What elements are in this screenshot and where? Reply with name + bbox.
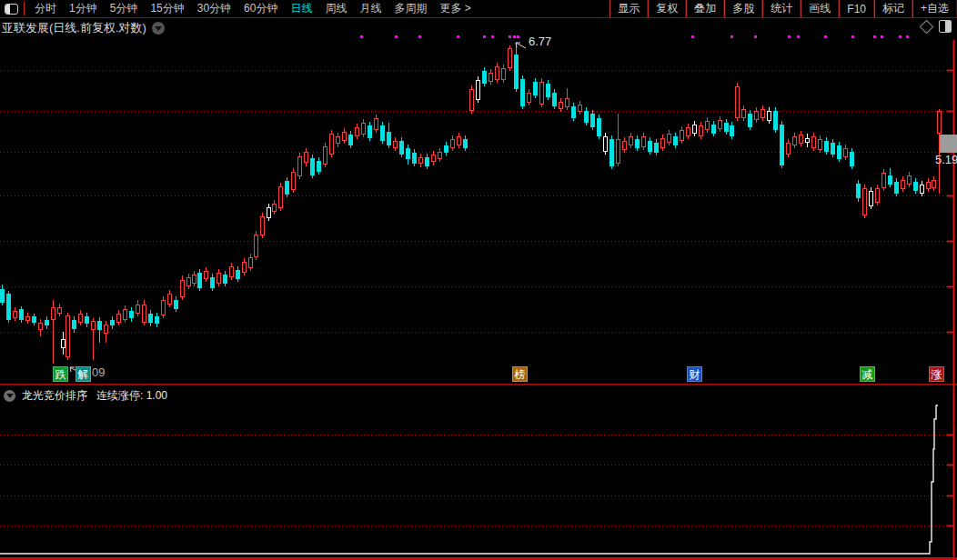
nav-item-fenshi[interactable]: 分时 [28, 0, 63, 17]
sub-pane-header: 龙光竞价排序 连续涨停: 1.00 [0, 387, 167, 404]
badge-zhang[interactable]: 涨 [929, 366, 944, 382]
nav-item-more[interactable]: 更多 > [433, 0, 477, 17]
tool-mark[interactable]: 标记 [874, 0, 912, 17]
period-nav: 分时 1分钟 5分钟 15分钟 30分钟 60分钟 日线 周线 月线 多周期 更… [28, 0, 478, 17]
nav-item-60min[interactable]: 60分钟 [237, 0, 284, 17]
title-dropdown-icon[interactable] [152, 22, 165, 35]
price-label-low: 09 [92, 365, 105, 379]
nav-item-5min[interactable]: 5分钟 [104, 0, 145, 17]
tool-add-watchlist[interactable]: +自选 [912, 0, 957, 17]
nav-item-1min[interactable]: 1分钟 [63, 0, 104, 17]
nav-item-30min[interactable]: 30分钟 [191, 0, 237, 17]
nav-item-multi-period[interactable]: 多周期 [388, 0, 433, 17]
price-label-last: 5.19 [935, 153, 957, 166]
nav-item-monthly[interactable]: 月线 [353, 0, 388, 17]
tool-adjust[interactable]: 复权 [648, 0, 686, 17]
tool-stats[interactable]: 统计 [762, 0, 801, 17]
diamond-marker-icon[interactable] [920, 19, 934, 34]
panel-toggle-icon[interactable] [939, 20, 952, 33]
tool-display[interactable]: 显示 [609, 0, 648, 17]
sub-pane-dropdown-icon[interactable] [4, 390, 15, 402]
sub-indicator-name[interactable]: 龙光竞价排序 [22, 388, 87, 404]
current-price-marker [940, 135, 957, 153]
top-menubar: 分时 1分钟 5分钟 15分钟 30分钟 60分钟 日线 周线 月线 多周期 更… [0, 0, 957, 18]
tool-f10[interactable]: F10 [839, 0, 874, 17]
badge-jian[interactable]: 减 [860, 366, 875, 382]
badge-cai[interactable]: 财 [687, 366, 702, 382]
badge-jie[interactable]: 解 [76, 366, 91, 382]
trading-app-window: 分时 1分钟 5分钟 15分钟 30分钟 60分钟 日线 周线 月线 多周期 更… [0, 0, 957, 560]
chart-canvas[interactable] [0, 0, 957, 560]
tool-overlay[interactable]: 叠加 [686, 0, 724, 17]
tool-multistock[interactable]: 多股 [724, 0, 762, 17]
layout-toggle-icon[interactable] [5, 4, 18, 15]
chart-corner-icons [922, 20, 952, 33]
nav-item-daily[interactable]: 日线 [284, 0, 318, 17]
nav-item-15min[interactable]: 15分钟 [144, 0, 190, 17]
chart-titlebar: 亚联发展(日线.前复权.对数) [0, 17, 957, 38]
nav-item-weekly[interactable]: 周线 [318, 0, 353, 17]
menu-separator [24, 2, 25, 15]
tool-drawline[interactable]: 画线 [801, 0, 839, 17]
stock-title: 亚联发展(日线.前复权.对数) [2, 20, 146, 36]
badge-bang[interactable]: 榜 [512, 366, 528, 382]
toolbar: 显示 复权 叠加 多股 统计 画线 F10 标记 +自选 [609, 0, 957, 17]
sub-indicator-value: 连续涨停: 1.00 [96, 388, 167, 404]
badge-die[interactable]: 跌 [53, 366, 68, 382]
